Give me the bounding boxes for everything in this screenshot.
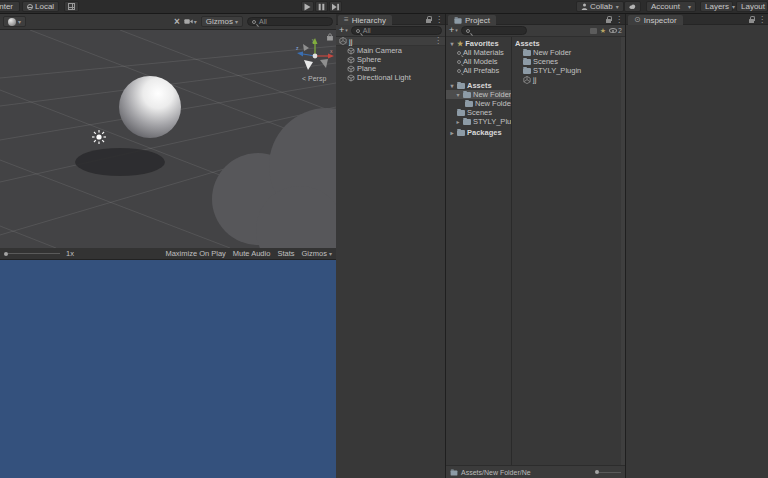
- step-button[interactable]: [329, 1, 342, 12]
- foldout-icon[interactable]: [449, 40, 455, 47]
- tree-item-scenes[interactable]: Scenes: [446, 108, 511, 117]
- mute-audio-button[interactable]: Mute Audio: [233, 249, 271, 258]
- hierarchy-toolbar: + All: [336, 25, 445, 37]
- add-asset-button[interactable]: +: [449, 26, 458, 35]
- lock-icon[interactable]: [606, 19, 611, 23]
- tree-label: All Models: [463, 57, 498, 66]
- tree-item-all-models[interactable]: All Models: [446, 57, 511, 66]
- sphere-shadow: [75, 148, 165, 176]
- scene-render: y x z < Persp: [0, 30, 336, 248]
- game-viewport[interactable]: [0, 260, 336, 478]
- collab-label: Collab: [590, 2, 613, 11]
- hierarchy-item-plane[interactable]: Plane: [336, 64, 445, 73]
- tree-item-all-prefabs[interactable]: All Prefabs: [446, 66, 511, 75]
- hierarchy-search-input[interactable]: All: [351, 26, 442, 35]
- account-label: Account: [651, 2, 680, 11]
- foldout-icon[interactable]: [455, 118, 461, 125]
- tab-project[interactable]: Project: [448, 15, 496, 25]
- tree-item-packages[interactable]: Packages: [446, 128, 511, 137]
- content-item-new-folder[interactable]: New Folder: [512, 48, 625, 57]
- hierarchy-item-main-camera[interactable]: Main Camera: [336, 46, 445, 55]
- tree-item-new-folder[interactable]: New Folder: [446, 90, 511, 99]
- unity-asset-icon: [523, 76, 531, 84]
- scene-camera-dropdown[interactable]: ▾: [184, 18, 197, 25]
- gizmo-front-cone[interactable]: [304, 60, 313, 70]
- scene-search-text: All: [259, 18, 267, 25]
- search-icon: [356, 29, 360, 33]
- folder-icon: [454, 18, 461, 23]
- tree-item-styly-plugin[interactable]: STYLY_Plugin: [446, 117, 511, 126]
- tree-item-all-materials[interactable]: All Materials: [446, 48, 511, 57]
- layout-label: Layout: [741, 2, 765, 11]
- person-icon: [581, 3, 588, 10]
- project-search-input[interactable]: [461, 26, 528, 35]
- scene-viewport[interactable]: y x z < Persp: [0, 30, 336, 248]
- sphere-object[interactable]: [119, 76, 181, 138]
- content-item-scenes[interactable]: Scenes: [512, 57, 625, 66]
- orientation-gizmo[interactable]: y x z: [296, 37, 334, 70]
- asset-zoom-slider[interactable]: [595, 470, 621, 474]
- project-panel: Project + 2 Favorites All Materials All …: [446, 14, 625, 478]
- pause-icon: [317, 3, 326, 11]
- game-scale-slider[interactable]: [4, 252, 60, 256]
- tree-label: Favorites: [465, 39, 498, 48]
- scene-name: jj: [349, 37, 352, 46]
- folder-icon: [523, 68, 531, 74]
- tree-item-new-folder-1[interactable]: New Folder 1: [446, 99, 511, 108]
- lock-icon[interactable]: [749, 19, 754, 23]
- hierarchy-item-directional-light[interactable]: Directional Light: [336, 73, 445, 82]
- lock-icon: [328, 34, 333, 40]
- tree-item-favorites[interactable]: Favorites: [446, 39, 511, 48]
- snap-settings-button[interactable]: [64, 1, 79, 12]
- project-folder-tree: Favorites All Materials All Models All P…: [446, 37, 512, 465]
- scene-gizmos-label: Gizmos: [206, 17, 233, 26]
- directional-light-gizmo[interactable]: [92, 130, 106, 144]
- search-by-type-icon[interactable]: [590, 28, 597, 34]
- save-search-icon[interactable]: [600, 27, 606, 34]
- account-dropdown[interactable]: Account: [646, 1, 696, 12]
- tree-item-assets[interactable]: Assets: [446, 81, 511, 90]
- pause-button[interactable]: [315, 1, 328, 12]
- item-label: Directional Light: [357, 73, 411, 82]
- scene-search-input[interactable]: All: [247, 17, 333, 26]
- play-button[interactable]: [301, 1, 314, 12]
- persp-label[interactable]: < Persp: [302, 75, 326, 83]
- stats-button[interactable]: Stats: [277, 249, 294, 258]
- lock-icon[interactable]: [426, 19, 431, 23]
- content-label: Scenes: [533, 57, 558, 66]
- hidden-packages-toggle[interactable]: 2: [609, 27, 622, 34]
- gameobject-icon: [347, 56, 355, 64]
- hierarchy-item-sphere[interactable]: Sphere: [336, 55, 445, 64]
- draw-mode-dropdown[interactable]: ▾: [3, 16, 26, 27]
- inspector-panel: ⊙Inspector: [626, 14, 768, 478]
- game-gizmos-dropdown[interactable]: Gizmos ▾: [301, 249, 332, 258]
- scene-tools-icon[interactable]: ×: [174, 17, 180, 27]
- project-scrollbar[interactable]: [621, 37, 625, 465]
- foldout-icon[interactable]: [455, 91, 461, 98]
- collab-button[interactable]: Collab: [576, 1, 624, 12]
- layout-dropdown[interactable]: Layout: [736, 1, 768, 12]
- layers-dropdown[interactable]: Layers: [700, 1, 733, 12]
- tab-inspector[interactable]: ⊙Inspector: [628, 15, 683, 25]
- scene-menu-icon[interactable]: [434, 37, 442, 45]
- foldout-icon[interactable]: [449, 129, 455, 136]
- tab-project-label: Project: [465, 16, 490, 25]
- hierarchy-search-text: All: [363, 27, 371, 34]
- scene-gizmos-dropdown[interactable]: Gizmos▾: [201, 16, 243, 27]
- panel-menu-icon[interactable]: [435, 16, 443, 24]
- globe-icon: [27, 4, 33, 10]
- content-item-jj-scene[interactable]: jj: [512, 75, 625, 84]
- cloud-services-button[interactable]: [624, 1, 641, 12]
- content-item-styly-plugin[interactable]: STYLY_Plugin: [512, 66, 625, 75]
- local-global-toggle-button[interactable]: Local: [22, 1, 59, 12]
- add-gameobject-button[interactable]: +: [339, 26, 348, 35]
- scene-header-row[interactable]: jj: [336, 37, 445, 46]
- gameobject-icon: [347, 47, 355, 55]
- maximize-on-play-button[interactable]: Maximize On Play: [165, 249, 225, 258]
- tab-hierarchy[interactable]: ≡Hierarchy: [338, 15, 392, 25]
- tree-label: Assets: [467, 81, 492, 90]
- panel-menu-icon[interactable]: [758, 16, 766, 24]
- pivot-toggle-button[interactable]: Center: [0, 1, 20, 12]
- panel-menu-icon[interactable]: [615, 16, 623, 24]
- foldout-icon[interactable]: [449, 82, 455, 89]
